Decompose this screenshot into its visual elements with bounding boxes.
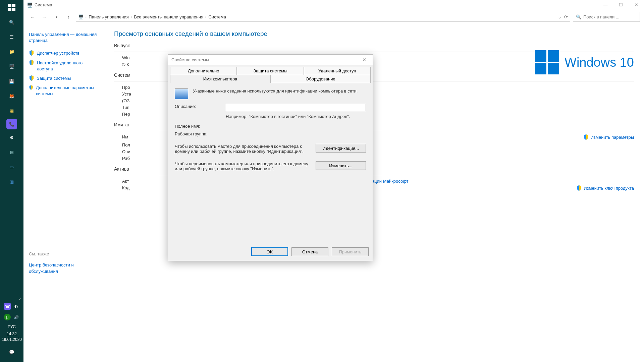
system-properties-dialog: Свойства системы ✕ Дополнительно Защита … [168,54,373,261]
tray-viber-icon[interactable]: ☎ [4,303,11,310]
refresh-icon[interactable]: ⟳ [564,14,568,19]
wizard-text: Чтобы использовать мастер для присоедине… [175,144,309,154]
clock[interactable]: 14:32 19.01.2020 [2,331,22,343]
cp-home-link[interactable]: Панель управления — домашняя страница [29,32,99,44]
shield-icon [29,75,34,81]
windows-logo-text: Windows 10 [565,55,634,70]
taskbar: 🔍 ☰ 📁 🖥️ 💾 🦊 ▦ 📞 ⚙ ⊞ ▭ ▥ › ☎ ◐ μ 🔊 РУС 1… [0,0,23,362]
start-button[interactable] [4,1,20,14]
breadcrumb-all[interactable]: Все элементы панели управления [134,14,203,19]
svg-rect-1 [12,4,15,7]
taskbar-app-4[interactable]: ⊞ [4,145,20,159]
maximize-button[interactable]: ☐ [613,0,629,10]
dialog-tabs: Дополнительно Защита системы Удаленный д… [168,65,373,83]
search-input[interactable] [583,14,637,19]
action-center-icon[interactable]: 💬 [4,345,20,359]
shield-icon [29,60,34,65]
dialog-intro-text: Указанные ниже сведения используются для… [193,88,358,99]
task-view-icon[interactable]: ☰ [4,30,20,44]
svg-rect-0 [8,4,11,7]
windows-logo: Windows 10 [535,50,634,74]
taskbar-app-2[interactable]: 💾 [4,74,20,88]
firefox-icon[interactable]: 🦊 [4,89,20,103]
identification-button[interactable]: Идентификация... [316,144,366,153]
clock-time: 14:32 [2,331,22,337]
chevron-right-icon: › [131,15,132,19]
minimize-button[interactable]: — [598,0,613,10]
viber-icon[interactable]: 📞 [6,119,17,129]
sidebar-item-label: Диспетчер устройств [37,50,79,56]
sidebar-item-label: Дополнительные параметры системы [36,85,99,97]
window-titlebar: 🖥️ Система — ☐ ✕ [23,0,644,10]
shield-icon [29,85,33,90]
tray-utorrent-icon[interactable]: μ [4,314,11,320]
page-heading: Просмотр основных сведений о вашем компь… [114,30,634,38]
change-key-link[interactable]: Изменить ключ продукта [576,185,634,191]
recent-dropdown-icon[interactable]: ▾ [52,12,61,21]
dialog-footer: OK Отмена Применить [168,244,373,261]
tray-app-icon[interactable]: ◐ [13,303,19,310]
sidebar-system-protection[interactable]: Защита системы [29,75,99,81]
clock-date: 19.01.2020 [2,337,22,343]
breadcrumb-system[interactable]: Система [209,14,226,19]
dialog-titlebar[interactable]: Свойства системы ✕ [168,55,373,65]
taskbar-app-1[interactable]: 🖥️ [4,60,20,73]
shield-icon [29,50,34,56]
sidebar-advanced-settings[interactable]: Дополнительные параметры системы [29,85,99,97]
description-input[interactable] [226,104,366,111]
see-also-title: См. также [29,251,99,256]
svg-rect-2 [8,8,11,11]
taskbar-app-3[interactable]: ▦ [4,104,20,117]
fullname-label: Полное имя: [175,124,222,129]
taskbar-tray: › ☎ ◐ μ 🔊 РУС 14:32 19.01.2020 💬 [0,296,23,362]
taskbar-app-6[interactable]: ▥ [4,175,20,188]
sidebar-device-manager[interactable]: Диспетчер устройств [29,50,99,56]
tab-computer-name[interactable]: Имя компьютера [170,75,270,83]
tab-hardware[interactable]: Оборудование [270,75,371,83]
close-button[interactable]: ✕ [629,0,644,10]
file-explorer-icon[interactable]: 📁 [4,45,20,58]
tab-advanced[interactable]: Дополнительно [170,67,237,75]
back-button[interactable]: ← [28,12,37,21]
sidebar-item-label: Настройка удаленного доступа [37,60,99,72]
computer-icon [175,88,188,99]
up-button[interactable]: ↑ [64,12,73,21]
forward-button[interactable]: → [40,12,49,21]
chevron-right-icon: › [205,15,206,19]
windows-logo-icon [535,50,559,74]
svg-rect-3 [12,8,15,11]
cancel-button[interactable]: Отмена [291,247,328,256]
settings-icon[interactable]: ⚙ [4,131,20,144]
tab-remote[interactable]: Удаленный доступ [304,67,371,75]
tab-protection[interactable]: Защита системы [237,67,304,75]
navigation-toolbar: ← → ▾ ↑ 🖥️ › Панель управления › Все эле… [23,10,644,23]
change-settings-label: Изменить параметры [591,135,634,140]
workgroup-label: Рабочая группа: [175,131,222,136]
section-edition: Выпуск [114,43,634,48]
search-icon[interactable]: 🔍 [4,15,20,29]
dialog-close-icon[interactable]: ✕ [359,57,369,62]
address-dropdown-icon[interactable]: ⌄ [558,14,561,19]
window-title: Система [35,2,52,7]
address-bar[interactable]: 🖥️ › Панель управления › Все элементы па… [76,12,570,22]
dialog-title: Свойства системы [171,57,209,62]
system-icon: 🖥️ [27,2,33,8]
search-box[interactable]: 🔍 [573,12,640,22]
shield-icon [576,185,582,191]
sidebar-remote-access[interactable]: Настройка удаленного доступа [29,60,99,72]
chevron-right-icon: › [86,15,87,19]
sound-icon[interactable]: 🔊 [13,314,19,320]
description-label: Описание: [175,104,222,109]
description-hint: Например: "Компьютер в гостиной" или "Ко… [226,114,366,119]
see-also-security[interactable]: Центр безопасности и обслуживания [29,262,99,275]
change-settings-link[interactable]: Изменить параметры [583,134,634,140]
language-indicator[interactable]: РУС [8,324,16,329]
breadcrumb-cp[interactable]: Панель управления [89,14,128,19]
tray-expand-icon[interactable]: › [0,296,23,301]
sidebar-item-label: Защита системы [37,75,71,81]
apply-button[interactable]: Применить [332,247,369,256]
taskbar-app-5[interactable]: ▭ [4,160,20,174]
shield-icon [583,134,589,140]
ok-button[interactable]: OK [251,247,288,256]
change-button[interactable]: Изменить... [316,161,366,170]
